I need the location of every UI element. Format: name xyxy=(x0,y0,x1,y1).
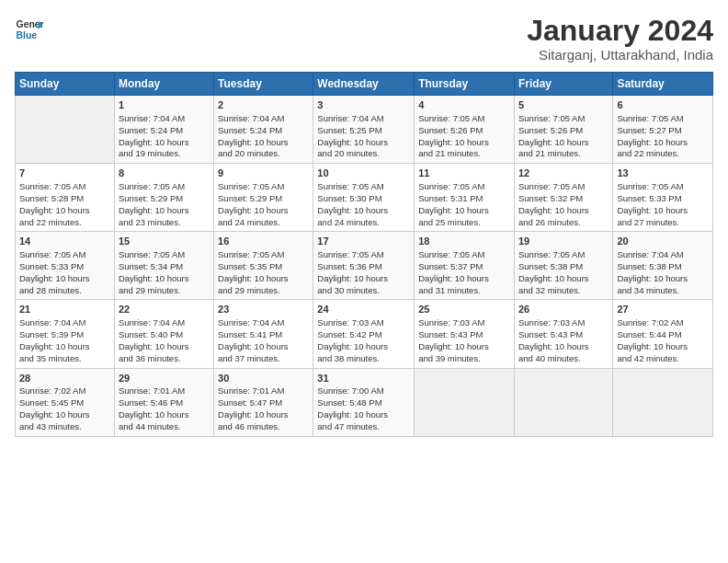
day-info-line: Sunset: 5:43 PM xyxy=(418,329,510,341)
day-info-line: Sunset: 5:24 PM xyxy=(218,125,309,137)
day-info-line: and 23 minutes. xyxy=(119,217,210,229)
day-number: 26 xyxy=(518,303,609,316)
day-info-line: Daylight: 10 hours xyxy=(218,409,309,421)
day-info-line: Sunset: 5:33 PM xyxy=(617,193,709,205)
day-info-line: Sunset: 5:30 PM xyxy=(317,193,410,205)
day-info-line: Sunrise: 7:04 AM xyxy=(19,317,110,329)
day-cell: 19Sunrise: 7:05 AMSunset: 5:38 PMDayligh… xyxy=(514,232,612,300)
day-info-line: Daylight: 10 hours xyxy=(518,341,609,353)
calendar-table: SundayMondayTuesdayWednesdayThursdayFrid… xyxy=(15,72,713,436)
day-cell: 3Sunrise: 7:04 AMSunset: 5:25 PMDaylight… xyxy=(313,96,415,164)
day-cell: 16Sunrise: 7:05 AMSunset: 5:35 PMDayligh… xyxy=(214,232,313,300)
day-number: 18 xyxy=(418,235,510,248)
month-title: January 2024 xyxy=(527,15,713,47)
day-number: 6 xyxy=(617,98,709,112)
day-info-line: Daylight: 10 hours xyxy=(617,273,709,285)
day-number: 27 xyxy=(617,303,709,316)
day-info-line: and 36 minutes. xyxy=(119,353,210,365)
day-info-line: and 20 minutes. xyxy=(218,148,309,160)
svg-text:Blue: Blue xyxy=(17,30,38,40)
day-cell: 8Sunrise: 7:05 AMSunset: 5:29 PMDaylight… xyxy=(114,164,213,232)
day-number: 17 xyxy=(317,235,410,248)
day-info-line: Daylight: 10 hours xyxy=(119,409,210,421)
day-number: 10 xyxy=(317,167,410,180)
day-info-line: Daylight: 10 hours xyxy=(518,137,609,149)
week-row-4: 21Sunrise: 7:04 AMSunset: 5:39 PMDayligh… xyxy=(16,300,713,368)
day-info-line: Sunrise: 7:03 AM xyxy=(317,317,410,329)
header: General Blue January 2024 Sitarganj, Utt… xyxy=(15,15,713,63)
day-info-line: Daylight: 10 hours xyxy=(119,137,210,149)
day-cell: 31Sunrise: 7:00 AMSunset: 5:48 PMDayligh… xyxy=(313,368,415,436)
day-cell xyxy=(514,368,612,436)
day-cell: 28Sunrise: 7:02 AMSunset: 5:45 PMDayligh… xyxy=(16,368,115,436)
day-cell: 24Sunrise: 7:03 AMSunset: 5:42 PMDayligh… xyxy=(313,300,415,368)
day-number: 13 xyxy=(617,167,709,180)
day-cell: 11Sunrise: 7:05 AMSunset: 5:31 PMDayligh… xyxy=(415,164,515,232)
day-info-line: Daylight: 10 hours xyxy=(19,341,110,353)
day-number: 19 xyxy=(518,235,609,248)
day-number: 14 xyxy=(19,235,110,248)
day-info-line: Daylight: 10 hours xyxy=(617,341,709,353)
day-info-line: Sunrise: 7:04 AM xyxy=(218,113,309,125)
day-info-line: Sunset: 5:41 PM xyxy=(218,329,309,341)
day-cell: 30Sunrise: 7:01 AMSunset: 5:47 PMDayligh… xyxy=(214,368,313,436)
day-info-line: Daylight: 10 hours xyxy=(119,273,210,285)
day-info-line: Daylight: 10 hours xyxy=(418,205,510,217)
day-number: 2 xyxy=(218,98,309,112)
day-info-line: Sunrise: 7:04 AM xyxy=(119,113,210,125)
day-info-line: Daylight: 10 hours xyxy=(19,205,110,217)
day-info-line: Sunset: 5:47 PM xyxy=(218,397,309,409)
day-info-line: Sunrise: 7:05 AM xyxy=(418,113,510,125)
day-info-line: and 27 minutes. xyxy=(617,217,709,229)
column-header-wednesday: Wednesday xyxy=(313,73,415,96)
day-cell: 26Sunrise: 7:03 AMSunset: 5:43 PMDayligh… xyxy=(514,300,612,368)
column-header-thursday: Thursday xyxy=(415,73,515,96)
day-info-line: Sunset: 5:29 PM xyxy=(218,193,309,205)
day-info-line: Daylight: 10 hours xyxy=(418,273,510,285)
logo: General Blue xyxy=(15,15,44,44)
day-cell: 22Sunrise: 7:04 AMSunset: 5:40 PMDayligh… xyxy=(114,300,213,368)
day-info-line: Sunset: 5:33 PM xyxy=(19,261,110,273)
column-header-friday: Friday xyxy=(514,73,612,96)
day-cell: 21Sunrise: 7:04 AMSunset: 5:39 PMDayligh… xyxy=(16,300,115,368)
day-info-line: Daylight: 10 hours xyxy=(317,137,410,149)
day-info-line: Sunrise: 7:05 AM xyxy=(317,181,410,193)
day-number: 25 xyxy=(418,303,510,316)
day-info-line: and 32 minutes. xyxy=(518,285,609,297)
day-cell: 2Sunrise: 7:04 AMSunset: 5:24 PMDaylight… xyxy=(214,96,313,164)
day-cell: 1Sunrise: 7:04 AMSunset: 5:24 PMDaylight… xyxy=(114,96,213,164)
column-header-saturday: Saturday xyxy=(613,73,713,96)
day-info-line: Sunrise: 7:03 AM xyxy=(418,317,510,329)
day-info-line: and 25 minutes. xyxy=(418,217,510,229)
day-info-line: Sunset: 5:35 PM xyxy=(218,261,309,273)
day-info-line: Sunset: 5:34 PM xyxy=(119,261,210,273)
day-info-line: Daylight: 10 hours xyxy=(418,137,510,149)
day-number: 31 xyxy=(317,372,410,385)
day-info-line: Sunrise: 7:05 AM xyxy=(218,249,309,261)
day-cell: 29Sunrise: 7:01 AMSunset: 5:46 PMDayligh… xyxy=(114,368,213,436)
day-cell: 15Sunrise: 7:05 AMSunset: 5:34 PMDayligh… xyxy=(114,232,213,300)
day-info-line: Sunrise: 7:02 AM xyxy=(617,317,709,329)
day-info-line: and 47 minutes. xyxy=(317,421,410,433)
day-info-line: Sunrise: 7:05 AM xyxy=(119,181,210,193)
day-info-line: Sunset: 5:48 PM xyxy=(317,397,410,409)
day-cell: 17Sunrise: 7:05 AMSunset: 5:36 PMDayligh… xyxy=(313,232,415,300)
day-info-line: and 29 minutes. xyxy=(119,285,210,297)
day-info-line: and 35 minutes. xyxy=(19,353,110,365)
day-info-line: Daylight: 10 hours xyxy=(518,205,609,217)
day-info-line: Daylight: 10 hours xyxy=(518,273,609,285)
day-info-line: and 37 minutes. xyxy=(218,353,309,365)
logo-icon: General Blue xyxy=(15,15,44,44)
week-row-5: 28Sunrise: 7:02 AMSunset: 5:45 PMDayligh… xyxy=(16,368,713,436)
day-number: 12 xyxy=(518,167,609,180)
day-info-line: Sunrise: 7:05 AM xyxy=(518,181,609,193)
day-info-line: Sunset: 5:46 PM xyxy=(119,397,210,409)
day-cell: 18Sunrise: 7:05 AMSunset: 5:37 PMDayligh… xyxy=(415,232,515,300)
day-info-line: and 42 minutes. xyxy=(617,353,709,365)
day-info-line: and 24 minutes. xyxy=(218,217,309,229)
day-number: 5 xyxy=(518,98,609,112)
day-number: 7 xyxy=(19,167,110,180)
day-info-line: and 20 minutes. xyxy=(317,148,410,160)
day-number: 28 xyxy=(19,372,110,385)
day-info-line: Daylight: 10 hours xyxy=(218,137,309,149)
